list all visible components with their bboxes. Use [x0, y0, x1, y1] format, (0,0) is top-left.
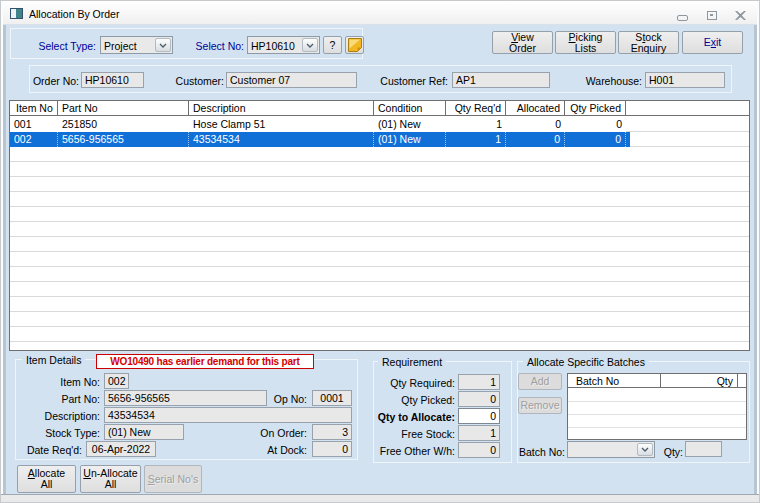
- batch-qty-input[interactable]: [685, 441, 722, 457]
- free-stock-label: Free Stock:: [368, 428, 455, 440]
- at-dock-field: 0: [312, 441, 352, 457]
- stock-type-field: (01) New: [104, 424, 184, 440]
- date-reqd-label: Date Req'd:: [20, 444, 82, 456]
- cell-qty-picked: 0: [565, 132, 626, 147]
- cell-condition: (01) New: [374, 117, 446, 132]
- qty-required-label: Qty Required:: [368, 377, 455, 389]
- notes-button[interactable]: [345, 36, 364, 54]
- warning-message: WO10490 has earlier demand for this part: [96, 354, 314, 369]
- part-no-label: Part No:: [20, 393, 100, 405]
- minimize-icon: [677, 15, 688, 21]
- cell-description: 43534534: [189, 132, 374, 147]
- col-batch-filler: [738, 374, 746, 387]
- qty-to-allocate-input[interactable]: 0: [458, 408, 500, 424]
- note-icon: [348, 38, 362, 52]
- allocate-all-button[interactable]: Allocate All: [17, 465, 76, 493]
- cell-allocated: 0: [506, 117, 565, 132]
- col-item-no: Item No: [10, 101, 58, 115]
- description-field: 43534534: [104, 407, 352, 423]
- allocate-all-label-2: All: [41, 479, 53, 490]
- item-no-field: 002: [104, 373, 129, 389]
- batches-table-body: [568, 389, 746, 439]
- order-no-field: HP10610: [81, 72, 144, 88]
- batch-no-label: Batch No:: [515, 446, 565, 458]
- select-no-dropdown[interactable]: HP10610: [247, 36, 320, 54]
- add-label: Add: [531, 376, 550, 387]
- col-part-no: Part No: [58, 101, 189, 115]
- on-order-label: On Order:: [240, 427, 307, 439]
- col-batch-no: Batch No: [568, 374, 661, 387]
- col-allocated: Allocated: [506, 101, 565, 115]
- cell-condition: (01) New: [374, 132, 446, 147]
- op-no-field: 0001: [312, 390, 352, 406]
- window-band-left: [3, 25, 6, 494]
- remove-label: Remove: [520, 400, 559, 411]
- select-no-value: HP10610: [251, 40, 295, 52]
- qty-picked-label: Qty Picked:: [368, 394, 455, 406]
- op-no-label: Op No:: [240, 393, 307, 405]
- serial-nos-label: Serial No's: [148, 474, 198, 485]
- window-title: Allocation By Order: [29, 8, 119, 20]
- app-icon: [10, 8, 23, 19]
- view-order-button[interactable]: View Order: [492, 31, 553, 54]
- items-table-header: Item No Part No Description Condition Qt…: [10, 101, 749, 116]
- items-table[interactable]: Item No Part No Description Condition Qt…: [9, 100, 750, 351]
- qty-required-field: 1: [458, 374, 500, 390]
- qty-picked-field: 0: [458, 391, 500, 407]
- chevron-down-icon[interactable]: [637, 443, 653, 456]
- warehouse-field: H001: [645, 72, 725, 88]
- col-description: Description: [189, 101, 374, 115]
- batches-table[interactable]: Batch No Qty: [567, 373, 747, 440]
- serial-nos-button: Serial No's: [144, 465, 202, 493]
- picking-lists-label-2: Lists: [575, 43, 597, 54]
- picking-lists-button[interactable]: Picking Lists: [555, 31, 616, 54]
- batch-qty-label: Qty:: [663, 446, 683, 458]
- exit-button[interactable]: Exit: [682, 31, 743, 54]
- remove-button: Remove: [518, 397, 562, 414]
- at-dock-label: At Dock:: [240, 444, 307, 456]
- description-label: Description:: [20, 410, 100, 422]
- select-type-value: Project: [104, 40, 137, 52]
- select-type-label: Select Type:: [20, 40, 96, 52]
- free-other-wh-field: 0: [458, 442, 500, 458]
- exit-label: Exit: [704, 37, 722, 48]
- qty-to-allocate-label: Qty to Allocate:: [368, 411, 455, 423]
- chevron-down-icon[interactable]: [155, 38, 171, 52]
- stock-enquiry-label-1: Stock: [635, 32, 661, 43]
- on-order-field: 3: [312, 424, 352, 440]
- batches-table-header: Batch No Qty: [568, 374, 746, 388]
- window-bottom-strip: [1, 494, 759, 502]
- free-other-wh-label: Free Other W/h:: [368, 445, 455, 457]
- item-details-legend: Item Details: [22, 354, 85, 366]
- unallocate-all-label-2: All: [105, 479, 117, 490]
- stock-enquiry-button[interactable]: Stock Enquiry: [618, 31, 679, 54]
- view-order-label-2: Order: [509, 43, 536, 54]
- table-row[interactable]: 001 251850 Hose Clamp 51 (01) New 1 0 0: [10, 117, 626, 132]
- stock-type-label: Stock Type:: [20, 427, 100, 439]
- order-no-label: Order No:: [29, 75, 79, 87]
- warehouse-label: Warehouse:: [580, 75, 642, 87]
- batches-legend: Allocate Specific Batches: [523, 356, 649, 368]
- cell-item-no: 001: [10, 117, 58, 132]
- col-qty-picked: Qty Picked: [565, 101, 626, 115]
- cell-allocated: 0: [506, 132, 565, 147]
- col-qty-reqd: Qty Req'd: [446, 101, 506, 115]
- picking-lists-label-1: Picking: [569, 32, 603, 43]
- stock-enquiry-label-2: Enquiry: [631, 43, 667, 54]
- select-type-dropdown[interactable]: Project: [100, 36, 173, 54]
- table-row-selected[interactable]: 002 5656-956565 43534534 (01) New 1 0 0: [10, 132, 630, 147]
- customer-label: Customer:: [170, 75, 224, 87]
- help-button[interactable]: ?: [323, 36, 342, 54]
- unallocate-all-button[interactable]: Un-Allocate All: [80, 465, 141, 493]
- select-no-label: Select No:: [184, 40, 244, 52]
- item-no-label: Item No:: [20, 376, 100, 388]
- maximize-button[interactable]: [701, 8, 723, 22]
- batch-no-dropdown[interactable]: [567, 441, 655, 458]
- chevron-down-icon[interactable]: [302, 38, 318, 52]
- close-button[interactable]: [729, 8, 751, 22]
- customer-ref-label: Customer Ref:: [380, 75, 448, 87]
- minimize-button[interactable]: [671, 8, 693, 22]
- cell-qty-reqd: 1: [446, 117, 506, 132]
- maximize-icon: [707, 11, 717, 20]
- window-band-right: [754, 25, 757, 494]
